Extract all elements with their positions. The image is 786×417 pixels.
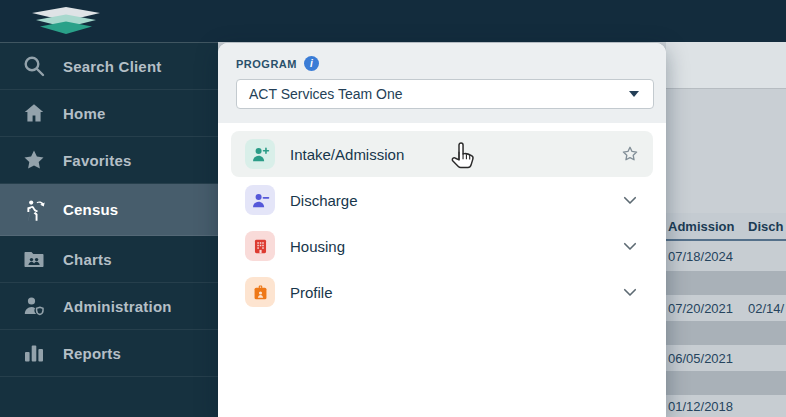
sidebar-item-census[interactable]: Census bbox=[0, 184, 218, 236]
building-icon bbox=[245, 231, 275, 261]
chevron-down-icon bbox=[629, 91, 639, 97]
table-row bbox=[666, 271, 786, 295]
sidebar-item-label: Administration bbox=[63, 298, 172, 315]
column-header-admission: Admission bbox=[666, 219, 748, 234]
charts-folder-icon bbox=[22, 247, 46, 271]
id-badge-icon bbox=[245, 277, 275, 307]
sidebar-item-label: Home bbox=[63, 105, 105, 122]
person-minus-icon bbox=[245, 185, 275, 215]
menu-item-intake-admission[interactable]: Intake/Admission bbox=[231, 131, 653, 177]
table-row bbox=[666, 371, 786, 395]
census-table: Admission Disch 07/18/2024 07/20/2021 02… bbox=[666, 213, 786, 417]
program-popup: PROGRAM i ACT Services Team One Intake/A… bbox=[218, 43, 666, 417]
chevron-down-icon[interactable] bbox=[621, 283, 639, 301]
sidebar-nav: Search Client Home Favorites Census bbox=[0, 42, 218, 417]
program-popup-header: PROGRAM i ACT Services Team One bbox=[218, 43, 666, 123]
table-row bbox=[666, 321, 786, 345]
program-select[interactable]: ACT Services Team One bbox=[236, 79, 654, 109]
table-header-row: Admission Disch bbox=[666, 213, 786, 241]
sidebar-item-label: Reports bbox=[63, 345, 121, 362]
sidebar-item-home[interactable]: Home bbox=[0, 90, 218, 137]
table-row: 06/05/2021 bbox=[666, 345, 786, 371]
sidebar-item-charts[interactable]: Charts bbox=[0, 236, 218, 283]
home-icon bbox=[22, 101, 46, 125]
cell-admission: 07/18/2024 bbox=[666, 249, 748, 264]
cell-discharge: 02/14/ bbox=[748, 301, 786, 316]
sidebar-item-label: Search Client bbox=[63, 58, 161, 75]
search-icon bbox=[22, 54, 46, 78]
menu-item-housing[interactable]: Housing bbox=[231, 223, 653, 269]
sidebar-item-label: Census bbox=[63, 201, 118, 218]
menu-item-label: Discharge bbox=[290, 192, 358, 209]
app-window: Search Client Home Favorites Census bbox=[0, 0, 786, 417]
admin-shield-icon bbox=[22, 294, 46, 318]
cell-admission: 06/05/2021 bbox=[666, 351, 748, 366]
layered-chevrons-logo bbox=[26, 4, 108, 38]
sidebar-item-label: Charts bbox=[63, 251, 112, 268]
program-menu: Intake/Admission Discharge bbox=[218, 123, 666, 315]
census-runner-icon bbox=[22, 198, 46, 222]
chevron-down-icon[interactable] bbox=[621, 237, 639, 255]
star-icon bbox=[22, 148, 46, 172]
sidebar-item-search-client[interactable]: Search Client bbox=[0, 43, 218, 90]
table-row: 07/20/2021 02/14/ bbox=[666, 295, 786, 321]
menu-item-label: Housing bbox=[290, 238, 345, 255]
cell-admission: 01/12/2018 bbox=[666, 399, 748, 414]
chevron-down-icon[interactable] bbox=[621, 191, 639, 209]
bar-chart-icon bbox=[22, 341, 46, 365]
program-select-value: ACT Services Team One bbox=[249, 86, 629, 102]
sidebar-item-administration[interactable]: Administration bbox=[0, 283, 218, 330]
sidebar-item-favorites[interactable]: Favorites bbox=[0, 137, 218, 184]
top-bar bbox=[0, 0, 786, 42]
menu-item-discharge[interactable]: Discharge bbox=[231, 177, 653, 223]
person-plus-icon bbox=[245, 139, 275, 169]
menu-item-label: Profile bbox=[290, 284, 333, 301]
menu-item-profile[interactable]: Profile bbox=[231, 269, 653, 315]
cell-admission: 07/20/2021 bbox=[666, 301, 748, 316]
dimmed-page-area bbox=[666, 89, 786, 213]
table-row: 01/12/2018 bbox=[666, 395, 786, 417]
table-row: 07/18/2024 bbox=[666, 241, 786, 271]
dimmed-toolbar-strip bbox=[666, 42, 786, 89]
column-header-discharge: Disch bbox=[748, 219, 786, 234]
sidebar-item-label: Favorites bbox=[63, 152, 132, 169]
program-label: PROGRAM bbox=[236, 58, 297, 70]
star-outline-icon[interactable] bbox=[621, 145, 639, 163]
info-icon[interactable]: i bbox=[304, 56, 319, 71]
menu-item-label: Intake/Admission bbox=[290, 146, 404, 163]
sidebar-item-reports[interactable]: Reports bbox=[0, 330, 218, 377]
